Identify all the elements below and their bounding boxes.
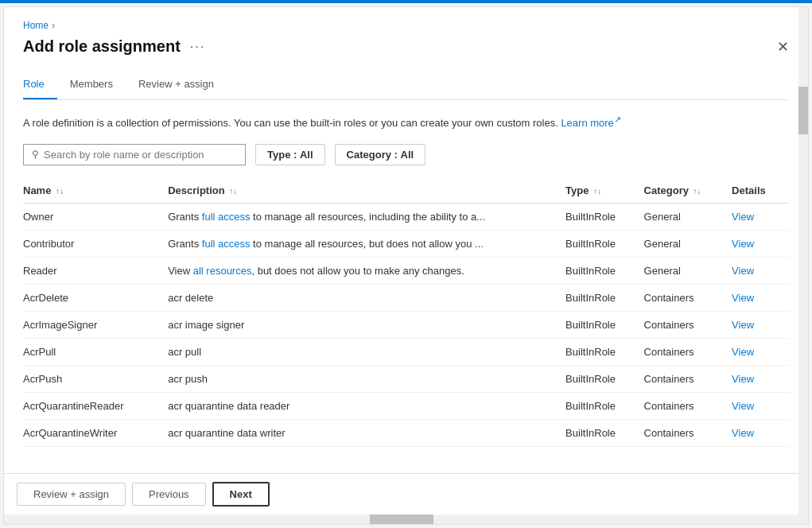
cell-name: Contributor	[23, 230, 168, 257]
view-link[interactable]: View	[732, 373, 754, 385]
view-link[interactable]: View	[732, 319, 754, 331]
tab-role[interactable]: Role	[23, 72, 57, 99]
cell-category: Containers	[644, 392, 732, 419]
title-menu-dots[interactable]: ···	[190, 40, 205, 54]
cell-details[interactable]: View	[732, 365, 789, 392]
title-with-menu: Add role assignment ···	[23, 37, 205, 56]
description-text: A role definition is a collection of per…	[23, 113, 789, 131]
table-row[interactable]: AcrPullacr pullBuiltInRoleContainersView	[23, 338, 789, 365]
view-link[interactable]: View	[732, 265, 754, 277]
cell-type: BuiltInRole	[565, 257, 644, 284]
learn-more-link[interactable]: Learn more↗	[561, 117, 620, 129]
cell-type: BuiltInRole	[565, 284, 644, 311]
cell-details[interactable]: View	[732, 203, 789, 230]
cell-description: acr image signer	[168, 311, 565, 338]
tabs-row: Role Members Review + assign	[23, 72, 789, 100]
scrollbar-track[interactable]	[798, 7, 808, 524]
cell-description: Grants full access to manage all resourc…	[168, 230, 565, 257]
view-link[interactable]: View	[732, 211, 754, 223]
table-row[interactable]: AcrImageSigneracr image signerBuiltInRol…	[23, 311, 789, 338]
view-link[interactable]: View	[732, 292, 754, 304]
review-assign-button[interactable]: Review + assign	[17, 483, 126, 506]
view-link[interactable]: View	[732, 400, 754, 412]
cell-name: AcrPush	[23, 365, 168, 392]
sort-icon-description: ↑↓	[229, 187, 237, 196]
breadcrumb-home[interactable]: Home	[23, 20, 49, 31]
cell-details[interactable]: View	[732, 311, 789, 338]
col-header-description[interactable]: Description ↑↓	[168, 178, 565, 204]
cell-description: acr quarantine data writer	[168, 419, 565, 446]
cell-details[interactable]: View	[732, 257, 789, 284]
cell-details[interactable]: View	[732, 230, 789, 257]
panel-title: Add role assignment	[23, 37, 181, 56]
scrollbar-thumb[interactable]	[798, 87, 808, 134]
cell-name: AcrImageSigner	[23, 311, 168, 338]
title-row: Add role assignment ··· ✕	[23, 37, 789, 56]
cell-category: Containers	[644, 284, 732, 311]
cell-details[interactable]: View	[732, 419, 789, 446]
close-button[interactable]: ✕	[777, 40, 789, 54]
bottom-bar: Review + assign Previous Next	[4, 473, 808, 514]
cell-name: AcrQuarantineWriter	[23, 419, 168, 446]
cell-details[interactable]: View	[732, 338, 789, 365]
panel-body: A role definition is a collection of per…	[4, 100, 808, 473]
cell-category: General	[644, 257, 732, 284]
cell-category: General	[644, 203, 732, 230]
panel-header: Home › Add role assignment ··· ✕ Role Me…	[4, 7, 808, 100]
category-filter-button[interactable]: Category : All	[335, 144, 426, 165]
cell-name: AcrPull	[23, 338, 168, 365]
breadcrumb-separator: ›	[52, 20, 55, 31]
cell-category: Containers	[644, 311, 732, 338]
col-header-name[interactable]: Name ↑↓	[23, 178, 168, 204]
table-header-row: Name ↑↓ Description ↑↓ Type ↑↓ Categor	[23, 178, 789, 204]
cell-type: BuiltInRole	[565, 230, 644, 257]
table-row[interactable]: ReaderView all resources, but does not a…	[23, 257, 789, 284]
col-header-details: Details	[732, 178, 789, 204]
top-bar	[0, 0, 812, 3]
sort-icon-category: ↑↓	[694, 187, 701, 196]
cell-type: BuiltInRole	[565, 419, 644, 446]
cell-type: BuiltInRole	[565, 311, 644, 338]
cell-description: acr delete	[168, 284, 565, 311]
cell-category: Containers	[644, 419, 732, 446]
cell-description: Grants full access to manage all resourc…	[168, 203, 565, 230]
previous-button[interactable]: Previous	[132, 483, 206, 506]
search-icon: ⚲	[32, 149, 39, 160]
bottom-scrollbar[interactable]	[4, 514, 808, 524]
cell-category: Containers	[644, 365, 732, 392]
cell-name: Reader	[23, 257, 168, 284]
sort-icon-type: ↑↓	[593, 187, 601, 196]
view-link[interactable]: View	[732, 346, 754, 358]
table-row[interactable]: AcrQuarantineReaderacr quarantine data r…	[23, 392, 789, 419]
view-link[interactable]: View	[732, 427, 754, 439]
cell-category: Containers	[644, 338, 732, 365]
cell-name: AcrDelete	[23, 284, 168, 311]
cell-details[interactable]: View	[732, 284, 789, 311]
bottom-scrollbar-thumb[interactable]	[370, 514, 433, 524]
next-button[interactable]: Next	[212, 482, 270, 507]
view-link[interactable]: View	[732, 238, 754, 250]
search-box[interactable]: ⚲	[23, 144, 246, 165]
table-row[interactable]: AcrQuarantineWriteracr quarantine data w…	[23, 419, 789, 446]
col-header-category[interactable]: Category ↑↓	[644, 178, 732, 204]
cell-description: acr pull	[168, 338, 565, 365]
tab-review-assign[interactable]: Review + assign	[138, 72, 227, 99]
main-panel: Home › Add role assignment ··· ✕ Role Me…	[3, 6, 809, 525]
cell-name: AcrQuarantineReader	[23, 392, 168, 419]
roles-table: Name ↑↓ Description ↑↓ Type ↑↓ Categor	[23, 178, 789, 447]
cell-details[interactable]: View	[732, 392, 789, 419]
table-row[interactable]: AcrPushacr pushBuiltInRoleContainersView	[23, 365, 789, 392]
tab-members[interactable]: Members	[70, 72, 126, 99]
cell-type: BuiltInRole	[565, 338, 644, 365]
table-row[interactable]: OwnerGrants full access to manage all re…	[23, 203, 789, 230]
cell-type: BuiltInRole	[565, 365, 644, 392]
breadcrumb[interactable]: Home ›	[23, 20, 789, 31]
cell-name: Owner	[23, 203, 168, 230]
table-body: OwnerGrants full access to manage all re…	[23, 203, 789, 446]
type-filter-button[interactable]: Type : All	[255, 144, 325, 165]
table-row[interactable]: ContributorGrants full access to manage …	[23, 230, 789, 257]
col-header-type[interactable]: Type ↑↓	[565, 178, 644, 204]
search-input[interactable]	[44, 149, 237, 161]
table-row[interactable]: AcrDeleteacr deleteBuiltInRoleContainers…	[23, 284, 789, 311]
filters-row: ⚲ Type : All Category : All	[23, 144, 789, 165]
